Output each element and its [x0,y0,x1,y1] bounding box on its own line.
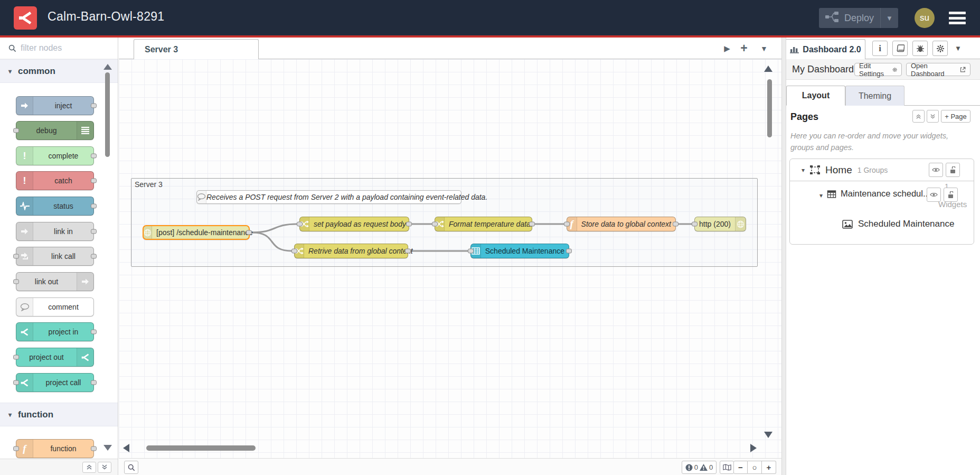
user-avatar[interactable]: su [915,8,935,28]
palette-node-link-in[interactable]: link in [16,222,94,241]
info-button[interactable]: i [872,41,888,56]
chevron-down-icon[interactable]: ▾ [802,166,805,174]
node-palette: ▾ common inject debug ! complete ! catch… [0,38,118,475]
zoom-out-button[interactable]: − [733,461,748,474]
input-port[interactable] [564,222,570,227]
node-port [13,446,19,451]
tab-layout[interactable]: Layout [786,86,845,106]
palette-node-project-in[interactable]: project in [16,322,94,341]
sidebar-menu-caret[interactable]: ▼ [955,44,962,52]
node-port [13,380,19,385]
settings-gear-button[interactable] [932,41,948,56]
palette-scroll-up-arrow[interactable] [103,64,112,70]
input-port[interactable] [291,249,297,254]
palette-scrollbar-thumb[interactable] [105,72,110,157]
flow-node-set-payload[interactable]: set payload as request body [299,217,409,231]
docs-book-button[interactable] [892,41,908,56]
output-port[interactable] [673,222,679,227]
output-port[interactable] [246,230,252,235]
collapse-all-button[interactable] [82,462,96,473]
flow-node-http-response[interactable]: http (200) [694,217,746,231]
node-port [91,154,97,159]
canvas-scroll-up-arrow[interactable] [764,66,772,72]
palette-section-function[interactable]: ▾ function [0,403,118,426]
collapse-pages-button[interactable] [912,110,925,123]
canvas-search-button[interactable] [124,461,138,474]
output-port[interactable] [405,249,411,254]
tab-server-3[interactable]: Server 3 [134,39,259,59]
palette-node-status[interactable]: status [16,197,94,216]
debug-bug-button[interactable] [912,41,928,56]
globe-icon [144,226,152,239]
palette-node-function[interactable]: f function [16,439,94,458]
tab-menu-caret[interactable]: ▼ [758,38,770,59]
palette-filter-input[interactable] [21,43,100,53]
flow-node-retrieve-global[interactable]: Retrive data from global context [294,244,408,258]
sidebar-resize-handle[interactable] [781,38,786,475]
palette-node-comment[interactable]: comment [16,297,94,316]
input-port[interactable] [297,222,303,227]
palette-node-catch[interactable]: ! catch [16,171,94,190]
palette-node-link-call[interactable]: link call [16,247,94,266]
expand-all-button[interactable] [98,462,111,473]
dashboard-layout-tree: ▾ Home 1 Groups ▾ Maintenance schedul. [789,159,974,245]
main-menu-button[interactable] [949,12,966,24]
flow-node-comment[interactable]: Receives a POST request from Server 2 wi… [196,190,461,204]
deploy-options-caret[interactable]: ▼ [880,8,898,28]
dashboard-subtabs: Layout Theming [786,86,980,106]
output-port[interactable] [529,222,535,227]
palette-node-complete[interactable]: ! complete [16,146,94,165]
unlock-button[interactable] [944,188,958,202]
widget-label: Scheduled Maintenance [858,219,954,229]
notification-counts[interactable]: 0 0 [682,461,717,474]
tab-list-arrow-icon[interactable]: ▶ [721,38,733,59]
canvas-scroll-right-arrow[interactable] [750,444,757,452]
add-page-button[interactable]: + Page [941,110,970,123]
chevron-down-icon: ▾ [8,411,12,418]
input-port[interactable] [432,222,438,227]
chevron-down-icon[interactable]: ▾ [819,192,823,199]
deploy-button[interactable]: Deploy ▼ [819,8,898,28]
canvas-scroll-down-arrow[interactable] [764,432,772,438]
flow-node-ui-table[interactable]: Scheduled Maintenance [470,244,569,258]
palette-node-debug[interactable]: debug [16,121,94,140]
palette-node-project-call[interactable]: project call [16,373,94,392]
flow-node-http-in[interactable]: [post] /schedule-maintenance [143,225,250,240]
input-port[interactable] [468,249,474,254]
tab-theming[interactable]: Theming [845,86,904,106]
canvas-scroll-left-arrow[interactable] [123,444,129,452]
zoom-reset-button[interactable]: ○ [748,461,762,474]
visibility-eye-button[interactable] [927,188,941,202]
palette-section-common[interactable]: ▾ common [0,59,118,83]
canvas-vertical-scrollbar-thumb[interactable] [767,79,772,137]
open-dashboard-button[interactable]: Open Dashboard [906,63,970,76]
tree-row-group-maintenance[interactable]: ▾ Maintenance schedul... 1 Widgets [790,181,974,211]
navigator-map-button[interactable] [720,461,734,474]
canvas-horizontal-scrollbar-thumb[interactable] [146,445,256,451]
tree-row-widget-scheduled-maintenance[interactable]: Scheduled Maintenance [790,211,974,237]
flowfuse-mark-icon [77,348,93,366]
header-bar: Calm-Barn-Owl-8291 Deploy ▼ su [0,0,980,35]
output-port[interactable] [406,222,412,227]
warning-icon [700,464,708,471]
edit-settings-button[interactable]: Edit Settings [854,63,902,76]
tree-row-page-home[interactable]: ▾ Home 1 Groups [790,159,974,181]
tab-dashboard-2[interactable]: Dashboard 2.0 [786,39,865,59]
expand-pages-button[interactable] [927,110,939,123]
flow-canvas[interactable]: Server 3 Receives a POST request from Se… [119,59,781,458]
flow-node-format-temperature[interactable]: Format temperature data. [435,217,532,231]
output-port[interactable] [566,249,572,254]
exclamation-icon: ! [16,147,33,165]
palette-node-inject[interactable]: inject [16,96,94,115]
visibility-eye-button[interactable] [929,163,943,177]
unlock-button[interactable] [946,163,960,177]
page-meta: 1 Groups [858,166,888,174]
palette-node-link-out[interactable]: link out [16,272,94,291]
zoom-in-button[interactable]: + [762,461,776,474]
input-port[interactable] [692,222,698,227]
book-icon [896,44,904,52]
add-flow-button[interactable]: + [738,38,750,59]
palette-node-project-out[interactable]: project out [16,348,94,367]
palette-scroll-down-arrow[interactable] [103,445,112,451]
flow-node-store-global[interactable]: f Store data to global context [567,217,676,231]
